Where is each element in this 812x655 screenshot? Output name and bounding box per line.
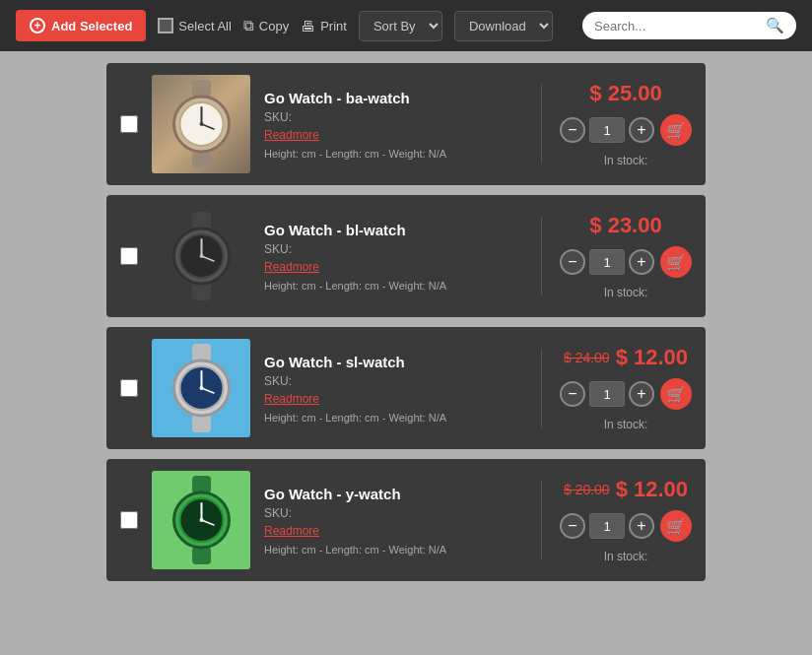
- add-to-cart-button[interactable]: 🛒: [660, 510, 692, 542]
- search-input[interactable]: [594, 19, 760, 33]
- product-sku: SKU:: [264, 506, 523, 520]
- price-sale: $ 12.00: [616, 345, 688, 370]
- product-name: Go Watch - sl-watch: [264, 354, 523, 370]
- print-button[interactable]: 🖶 Print: [301, 18, 347, 34]
- readmore-link[interactable]: Readmore: [264, 392, 523, 406]
- product-image: [152, 339, 250, 437]
- product-name: Go Watch - y-watch: [264, 486, 523, 502]
- price-old: $ 24.00: [564, 350, 610, 365]
- svg-rect-22: [192, 547, 211, 564]
- product-price-section: $ 25.00 − + 🛒 In stock:: [560, 81, 692, 167]
- product-name: Go Watch - bl-watch: [264, 222, 523, 238]
- product-sku: SKU:: [264, 110, 523, 124]
- product-info: Go Watch - bl-watch SKU: Readmore Height…: [264, 222, 523, 292]
- checkbox-icon: [158, 18, 173, 33]
- product-dims: Height: cm - Length: cm - Weight: N/A: [264, 544, 523, 556]
- product-info: Go Watch - y-watch SKU: Readmore Height:…: [264, 486, 523, 556]
- product-checkbox[interactable]: [120, 115, 138, 133]
- qty-increase-button[interactable]: +: [629, 249, 654, 275]
- svg-rect-8: [192, 283, 211, 300]
- svg-rect-21: [192, 476, 211, 493]
- readmore-link[interactable]: Readmore: [264, 128, 523, 142]
- readmore-link[interactable]: Readmore: [264, 524, 523, 538]
- qty-control: − +: [560, 117, 654, 143]
- price-sale: $ 12.00: [616, 477, 688, 502]
- add-to-cart-button[interactable]: 🛒: [660, 246, 692, 278]
- product-price-section: $ 23.00 − + 🛒 In stock:: [560, 213, 692, 299]
- qty-control: − +: [560, 513, 654, 539]
- product-sku: SKU:: [264, 374, 523, 388]
- product-dims: Height: cm - Length: cm - Weight: N/A: [264, 412, 523, 424]
- qty-increase-button[interactable]: +: [629, 513, 654, 539]
- product-card: Go Watch - ba-watch SKU: Readmore Height…: [106, 63, 706, 185]
- svg-rect-15: [192, 415, 211, 432]
- price-main: $ 25.00: [589, 81, 661, 106]
- svg-rect-0: [192, 80, 211, 98]
- qty-input[interactable]: [589, 249, 625, 275]
- print-icon: 🖶: [301, 18, 315, 34]
- add-selected-label: Add Selected: [51, 19, 132, 33]
- product-info: Go Watch - ba-watch SKU: Readmore Height…: [264, 90, 523, 160]
- qty-cart-row: − + 🛒: [560, 378, 692, 410]
- select-all-button[interactable]: Select All: [158, 18, 231, 33]
- copy-icon: ⧉: [243, 17, 254, 34]
- divider: [541, 349, 542, 427]
- product-card: Go Watch - sl-watch SKU: Readmore Height…: [106, 327, 706, 449]
- product-info: Go Watch - sl-watch SKU: Readmore Height…: [264, 354, 523, 424]
- divider: [541, 217, 542, 295]
- product-image: [152, 207, 250, 305]
- qty-control: − +: [560, 249, 654, 275]
- product-image: [152, 75, 250, 173]
- qty-cart-row: − + 🛒: [560, 246, 692, 278]
- divider: [541, 85, 542, 164]
- in-stock-label: In stock:: [604, 418, 648, 431]
- search-bar: 🔍: [582, 12, 796, 39]
- qty-control: − +: [560, 381, 654, 407]
- product-image: [152, 471, 250, 569]
- qty-increase-button[interactable]: +: [629, 117, 654, 143]
- qty-cart-row: − + 🛒: [560, 114, 692, 146]
- in-stock-label: In stock:: [604, 550, 648, 563]
- search-icon: 🔍: [766, 17, 784, 34]
- svg-rect-1: [192, 151, 211, 168]
- svg-rect-7: [192, 212, 211, 229]
- product-card: Go Watch - y-watch SKU: Readmore Height:…: [106, 459, 706, 581]
- select-all-label: Select All: [178, 19, 231, 33]
- qty-decrease-button[interactable]: −: [560, 513, 585, 539]
- add-to-cart-button[interactable]: 🛒: [660, 114, 692, 146]
- copy-label: Copy: [259, 19, 289, 33]
- in-stock-label: In stock:: [604, 154, 648, 167]
- print-label: Print: [320, 19, 347, 33]
- download-select[interactable]: Download: [454, 11, 553, 41]
- add-to-cart-button[interactable]: 🛒: [660, 378, 692, 410]
- qty-input[interactable]: [589, 381, 625, 407]
- product-list: Go Watch - ba-watch SKU: Readmore Height…: [0, 51, 812, 593]
- product-dims: Height: cm - Length: cm - Weight: N/A: [264, 148, 523, 160]
- add-selected-button[interactable]: + Add Selected: [16, 10, 146, 41]
- price-main: $ 23.00: [589, 213, 661, 238]
- copy-button[interactable]: ⧉ Copy: [243, 17, 289, 34]
- product-card: Go Watch - bl-watch SKU: Readmore Height…: [106, 195, 706, 317]
- divider: [541, 481, 542, 559]
- product-checkbox[interactable]: [120, 511, 138, 529]
- qty-input[interactable]: [589, 117, 625, 143]
- qty-increase-button[interactable]: +: [629, 381, 654, 407]
- product-checkbox[interactable]: [120, 379, 138, 397]
- qty-decrease-button[interactable]: −: [560, 381, 585, 407]
- qty-decrease-button[interactable]: −: [560, 117, 585, 143]
- product-dims: Height: cm - Length: cm - Weight: N/A: [264, 280, 523, 292]
- qty-decrease-button[interactable]: −: [560, 249, 585, 275]
- qty-cart-row: − + 🛒: [560, 510, 692, 542]
- in-stock-label: In stock:: [604, 286, 648, 299]
- sort-by-select[interactable]: Sort By: [359, 11, 442, 41]
- product-sku: SKU:: [264, 242, 523, 256]
- readmore-link[interactable]: Readmore: [264, 260, 523, 274]
- toolbar: + Add Selected Select All ⧉ Copy 🖶 Print…: [0, 0, 812, 51]
- product-checkbox[interactable]: [120, 247, 138, 265]
- plus-circle-icon: +: [30, 18, 45, 33]
- price-old: $ 20.00: [564, 482, 610, 497]
- product-price-section: $ 20.00 $ 12.00 − + 🛒 In stock:: [560, 477, 692, 563]
- product-name: Go Watch - ba-watch: [264, 90, 523, 106]
- qty-input[interactable]: [589, 513, 625, 539]
- product-price-section: $ 24.00 $ 12.00 − + 🛒 In stock:: [560, 345, 692, 431]
